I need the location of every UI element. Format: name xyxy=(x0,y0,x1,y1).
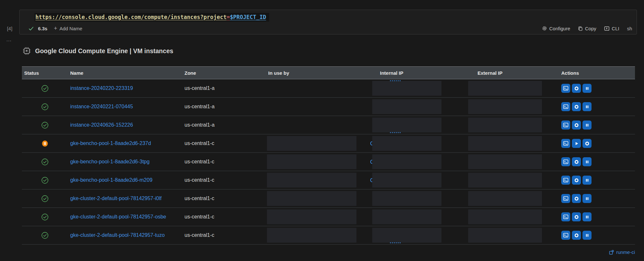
redacted-value xyxy=(468,228,542,243)
zone-label: us-central1-a xyxy=(185,104,214,110)
cpu-chip-icon xyxy=(23,47,31,55)
instance-name-link[interactable]: gke-bencho-pool-1-8aade2d6-237d xyxy=(70,140,151,147)
plus-icon: + xyxy=(54,25,57,32)
external-ip-cell xyxy=(475,226,559,244)
redacted-value xyxy=(468,154,542,169)
redacted-value xyxy=(372,99,441,114)
cell-url-link[interactable]: https://console.cloud.google.com/compute… xyxy=(35,14,266,20)
stop-icon xyxy=(574,123,579,128)
suspend-button[interactable] xyxy=(582,176,592,185)
zone-label: us-central1-c xyxy=(185,214,214,220)
vm-instances-table: Status Name Zone In use by Internal IP E… xyxy=(22,66,635,245)
status-running-icon xyxy=(41,158,49,166)
instance-name-link[interactable]: gke-cluster-2-default-pool-78142957-i0lf xyxy=(70,195,162,202)
redacted-value xyxy=(468,191,542,206)
suspend-button[interactable] xyxy=(582,157,592,166)
stop-button[interactable] xyxy=(582,139,592,148)
copy-button[interactable]: Copy xyxy=(578,26,596,31)
suspend-button[interactable] xyxy=(582,84,592,93)
instance-name-link[interactable]: gke-bencho-pool-1-8aade2d6-m209 xyxy=(70,177,152,184)
suspend-button[interactable] xyxy=(582,102,592,111)
zone-label: us-central1-a xyxy=(185,122,214,128)
terminal-icon xyxy=(563,196,568,201)
status-cell xyxy=(22,79,68,97)
redacted-value xyxy=(468,99,542,114)
gear-icon xyxy=(542,26,547,31)
internal-ip-cell xyxy=(378,189,475,208)
terminal-button[interactable] xyxy=(561,212,570,221)
terminal-icon xyxy=(563,104,568,109)
stop-button[interactable] xyxy=(572,194,581,203)
table-row: gke-cluster-2-default-pool-78142957-i0lf… xyxy=(22,189,635,208)
stop-button[interactable] xyxy=(572,157,581,166)
suspend-button[interactable] xyxy=(582,121,592,130)
in-use-by-cell xyxy=(266,226,378,244)
in-use-by-cell xyxy=(266,208,378,226)
cell-more-button[interactable]: … xyxy=(6,37,12,42)
stop-button[interactable] xyxy=(572,212,581,221)
stop-button[interactable] xyxy=(572,84,581,93)
stop-button[interactable] xyxy=(572,231,581,240)
terminal-button[interactable] xyxy=(561,157,570,166)
language-label[interactable]: sh xyxy=(627,26,632,31)
in-use-by-cell xyxy=(266,153,378,171)
stop-icon xyxy=(574,196,579,201)
instance-name-link[interactable]: gke-cluster-2-default-pool-78142957-osbe xyxy=(70,213,166,220)
suspend-icon xyxy=(585,86,590,91)
table-row: gke-bencho-pool-1-8aade2d6-3tpg us-centr… xyxy=(22,153,635,171)
terminal-button[interactable] xyxy=(561,139,570,148)
code-cell: https://console.cloud.google.com/compute… xyxy=(19,10,637,34)
stop-icon xyxy=(585,141,590,146)
terminal-button[interactable] xyxy=(561,231,570,240)
terminal-button[interactable] xyxy=(561,84,570,93)
add-name-button[interactable]: + Add Name xyxy=(54,25,82,32)
in-use-by-cell xyxy=(266,79,378,97)
external-ip-cell xyxy=(475,189,559,208)
cell-status-bar: 6.3s + Add Name Configure Copy xyxy=(20,24,637,34)
terminal-button[interactable] xyxy=(561,194,570,203)
stop-button[interactable] xyxy=(572,102,581,111)
zone-cell: us-central1-c xyxy=(182,171,266,189)
instance-name-link[interactable]: gke-cluster-2-default-pool-78142957-tuzo xyxy=(70,232,165,239)
in-use-by-cell xyxy=(266,116,378,134)
stop-icon xyxy=(574,104,579,109)
zone-cell: us-central1-c xyxy=(182,226,266,244)
stop-button[interactable] xyxy=(572,176,581,185)
terminal-button[interactable] xyxy=(561,102,570,111)
instance-name-link[interactable]: instance-20240626-152226 xyxy=(70,121,133,129)
runme-ci-label: runme-ci xyxy=(616,249,635,255)
stop-button[interactable] xyxy=(572,121,581,130)
external-ip-cell xyxy=(475,153,559,171)
status-suspended-icon xyxy=(41,140,49,147)
zone-cell: us-central1-c xyxy=(182,208,266,226)
status-cell xyxy=(22,134,68,152)
external-ip-cell xyxy=(475,134,559,152)
terminal-button[interactable] xyxy=(561,176,570,185)
instance-name-link[interactable]: gke-bencho-pool-1-8aade2d6-3tpg xyxy=(70,158,149,165)
suspend-button[interactable] xyxy=(582,194,592,203)
suspend-button[interactable] xyxy=(582,231,592,240)
table-row: gke-bencho-pool-1-8aade2d6-m209 us-centr… xyxy=(22,171,635,189)
runme-ci-link[interactable]: runme-ci xyxy=(609,249,635,255)
in-use-by-cell xyxy=(266,134,378,152)
redacted-value xyxy=(468,209,542,224)
internal-ip-cell xyxy=(378,134,475,152)
configure-button[interactable]: Configure xyxy=(542,26,570,31)
redacted-text-peek xyxy=(370,141,372,146)
terminal-button[interactable] xyxy=(561,121,570,130)
resume-button[interactable] xyxy=(572,139,581,148)
zone-label: us-central1-c xyxy=(185,159,214,165)
instance-name-link[interactable]: instance-20240220-223319 xyxy=(70,85,133,92)
zone-cell: us-central1-c xyxy=(182,189,266,208)
instance-name-link[interactable]: instance-20240221-070445 xyxy=(70,103,133,110)
code-chunk: https://console.cloud.google.com/compute… xyxy=(34,13,269,22)
cli-button[interactable]: CLI xyxy=(604,26,619,31)
suspend-button[interactable] xyxy=(582,212,592,221)
zone-label: us-central1-a xyxy=(185,85,214,91)
name-cell: gke-bencho-pool-1-8aade2d6-237d xyxy=(68,134,182,152)
terminal-icon xyxy=(563,233,568,238)
stop-icon xyxy=(574,86,579,91)
in-use-by-cell xyxy=(266,98,378,116)
name-cell: gke-bencho-pool-1-8aade2d6-3tpg xyxy=(68,153,182,171)
status-cell xyxy=(22,116,68,134)
